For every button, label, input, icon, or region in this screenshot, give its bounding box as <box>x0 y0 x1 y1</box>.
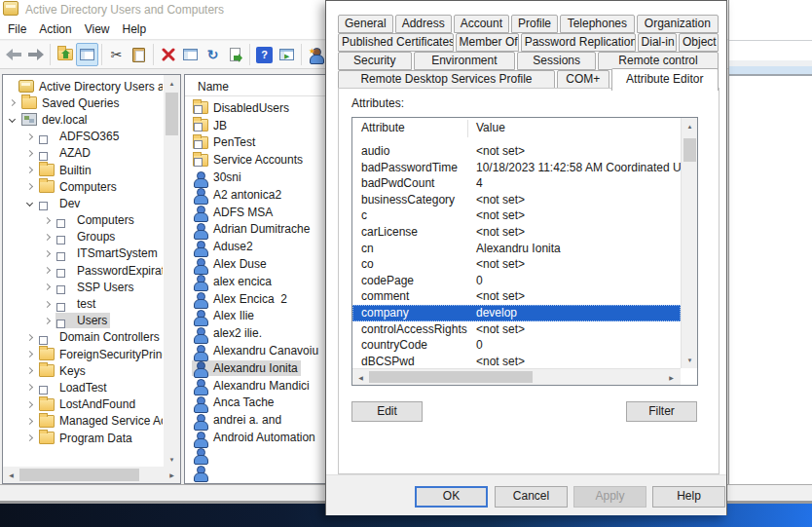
expander-closed-icon[interactable] <box>26 401 33 408</box>
refresh-icon[interactable]: ↻ <box>202 43 224 66</box>
expander-closed-icon[interactable] <box>26 334 33 341</box>
menu-file[interactable]: File <box>8 20 35 38</box>
expander-closed-icon[interactable] <box>26 150 33 157</box>
help-icon[interactable]: ? <box>253 43 276 66</box>
back-arrow-icon[interactable] <box>2 43 24 66</box>
ok-button[interactable]: OK <box>415 486 488 508</box>
expander-closed-icon[interactable] <box>44 300 51 307</box>
properties-icon[interactable] <box>179 43 202 66</box>
scroll-down-icon[interactable]: ▼ <box>682 352 698 368</box>
attr-row-carlicense[interactable]: carLicense<not set> <box>352 224 681 241</box>
tree-vertical-scrollbar[interactable]: ▲ ▼ <box>164 75 180 468</box>
expander-closed-icon[interactable] <box>9 99 16 106</box>
scroll-left-icon[interactable]: ◀ <box>3 467 19 483</box>
column-header-value[interactable]: Value <box>476 121 505 134</box>
scroll-down-icon[interactable]: ▼ <box>164 451 180 468</box>
scroll-thumb[interactable] <box>166 93 178 135</box>
new-window-icon[interactable]: ▶ <box>276 43 298 66</box>
tree-item-passwordexpiration[interactable]: PasswordExpiration <box>4 262 163 279</box>
expander-closed-icon[interactable] <box>44 250 51 257</box>
column-divider[interactable] <box>467 120 468 137</box>
help-button[interactable]: Help <box>652 486 725 508</box>
tab-sessions[interactable]: Sessions <box>517 52 596 70</box>
cancel-button[interactable]: Cancel <box>495 486 568 508</box>
tab-member-of[interactable]: Member Of <box>456 33 519 52</box>
forward-arrow-icon[interactable] <box>24 43 47 66</box>
tab-security[interactable]: Security <box>338 52 412 70</box>
tree-item-program-data[interactable]: Program Data <box>4 430 163 446</box>
tree-horizontal-scrollbar[interactable]: ◀ ▶ <box>3 467 180 483</box>
tree-item-ssp-users[interactable]: SSP Users <box>4 279 163 295</box>
expander-closed-icon[interactable] <box>26 367 33 374</box>
scroll-thumb[interactable] <box>369 371 533 383</box>
expander-closed-icon[interactable] <box>44 318 51 324</box>
scroll-up-icon[interactable]: ▲ <box>682 118 698 134</box>
attr-row-countrycode[interactable]: countryCode0 <box>352 337 681 354</box>
attributes-vertical-scrollbar[interactable]: ▲ ▼ <box>681 118 697 368</box>
tree-item-adfso365[interactable]: ADFSO365 <box>4 129 163 145</box>
column-header-attribute[interactable]: Attribute <box>361 121 405 134</box>
expander-closed-icon[interactable] <box>26 351 33 358</box>
edit-button[interactable]: Edit <box>351 401 423 422</box>
menu-help[interactable]: Help <box>123 20 156 38</box>
scroll-right-icon[interactable]: ▶ <box>663 369 680 386</box>
tree-item-domain-controllers[interactable]: Domain Controllers <box>4 329 163 346</box>
tab-dial-in[interactable]: Dial-in <box>638 33 677 52</box>
expander-closed-icon[interactable] <box>26 384 33 391</box>
tab-com[interactable]: COM+ <box>557 70 609 89</box>
expander-closed-icon[interactable] <box>44 217 51 224</box>
tab-telephones[interactable]: Telephones <box>560 15 635 33</box>
tree-item-groups[interactable]: Groups <box>4 229 163 245</box>
tab-object[interactable]: Object <box>679 33 719 52</box>
tree-item-managed-service-accounts[interactable]: Managed Service Accounts <box>4 413 163 430</box>
tab-address[interactable]: Address <box>395 15 452 33</box>
tree-item-dev-local[interactable]: dev.local <box>4 111 163 128</box>
tree-item-builtin[interactable]: Builtin <box>4 162 163 178</box>
attributes-horizontal-scrollbar[interactable]: ◀ ▶ <box>352 368 681 385</box>
tree-item-keys[interactable]: Keys <box>4 362 163 379</box>
scroll-thumb[interactable] <box>683 138 696 162</box>
tree-item-dev[interactable]: Dev <box>4 195 163 211</box>
expander-closed-icon[interactable] <box>44 267 51 274</box>
scroll-thumb[interactable] <box>19 469 139 481</box>
attr-row-comment[interactable]: comment<not set> <box>352 288 681 305</box>
scroll-left-icon[interactable]: ◀ <box>352 369 369 386</box>
attr-row-dbcspwd[interactable]: dBCSPwd<not set> <box>352 354 681 365</box>
expander-closed-icon[interactable] <box>44 283 51 290</box>
attr-row-controlaccessrights[interactable]: controlAccessRights<not set> <box>352 321 681 338</box>
tree-item-users[interactable]: Users <box>4 313 163 329</box>
tree-item-azad[interactable]: AZAD <box>4 145 163 162</box>
tab-remote-desktop-services-profile[interactable]: Remote Desktop Services Profile <box>338 70 555 89</box>
tree-item-active-directory-users-and-computers[interactable]: Active Directory Users and Computers <box>4 78 163 94</box>
menu-view[interactable]: View <box>85 20 119 38</box>
paste-icon[interactable] <box>128 43 150 66</box>
menu-action[interactable]: Action <box>39 20 80 38</box>
attr-row-badpasswordtime[interactable]: badPasswordTime10/18/2023 11:42:58 AM Co… <box>352 160 681 176</box>
attr-row-cn[interactable]: cnAlexandru Ionita <box>352 241 681 257</box>
tab-profile[interactable]: Profile <box>511 15 558 33</box>
column-header-name[interactable]: Name <box>198 80 229 94</box>
delete-icon[interactable] <box>157 43 179 66</box>
tab-published-certificates[interactable]: Published Certificates <box>338 33 454 52</box>
expander-open-icon[interactable] <box>9 116 16 123</box>
attr-row-businesscategory[interactable]: businessCategory<not set> <box>352 192 681 208</box>
tab-attribute-editor[interactable]: Attribute Editor <box>611 68 720 91</box>
export-list-icon[interactable] <box>224 43 246 66</box>
filter-button[interactable]: Filter <box>626 401 697 422</box>
expander-closed-icon[interactable] <box>26 434 33 441</box>
tree-item-loadtest[interactable]: LoadTest <box>4 379 163 395</box>
tab-environment[interactable]: Environment <box>414 52 516 70</box>
tab-organization[interactable]: Organization <box>637 15 719 33</box>
tree-item-computers[interactable]: Computers <box>4 212 163 229</box>
attr-row-co[interactable]: co<not set> <box>352 256 681 273</box>
expander-open-icon[interactable] <box>26 200 33 207</box>
attributes-list-header[interactable]: Attribute Value <box>352 118 681 139</box>
tree-item-saved-queries[interactable]: Saved Queries <box>4 94 163 111</box>
attr-row-badpwdcount[interactable]: badPwdCount4 <box>352 175 681 192</box>
tab-password-replication[interactable]: Password Replication <box>521 33 636 52</box>
attr-row-audio[interactable]: audio<not set> <box>352 143 681 160</box>
tree-item-computers[interactable]: Computers <box>4 178 163 195</box>
attr-row-codepage[interactable]: codePage0 <box>352 273 681 289</box>
tree-item-foreignsecurityprincipals[interactable]: ForeignSecurityPrincipals <box>4 346 163 362</box>
attr-row-c[interactable]: c<not set> <box>352 207 681 224</box>
